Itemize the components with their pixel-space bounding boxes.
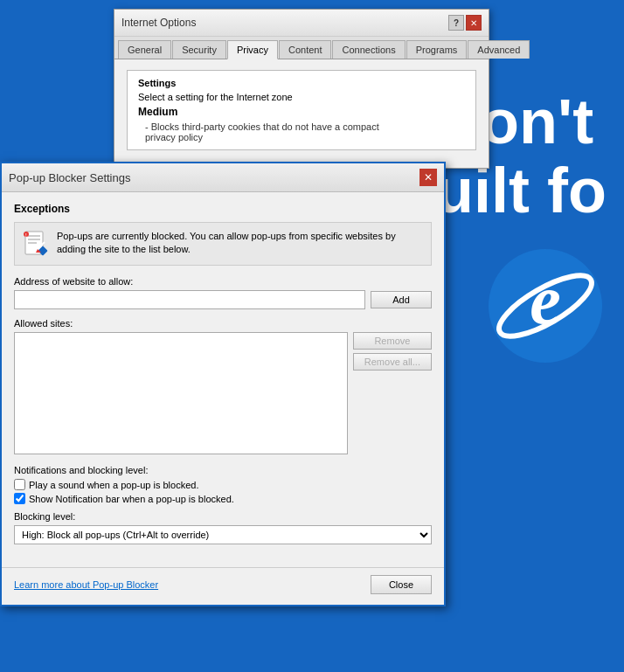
play-sound-checkbox[interactable] [14, 479, 25, 490]
bullet1: - Blocks third-party cookies that do not… [138, 121, 465, 132]
help-button[interactable]: ? [448, 15, 464, 31]
svg-rect-4 [28, 235, 40, 237]
settings-group: Settings Select a setting for the Intern… [127, 70, 476, 150]
popup-blocker-title: Pop-up Blocker Settings [9, 171, 130, 184]
internet-options-content: Settings Select a setting for the Intern… [114, 59, 489, 168]
settings-desc: Select a setting for the Internet zone [138, 92, 465, 102]
internet-options-dialog: Internet Options ? ✕ General Security Pr… [114, 9, 489, 169]
tab-connections[interactable]: Connections [332, 40, 405, 59]
exceptions-heading: Exceptions [14, 203, 432, 215]
checkbox-row-1: Play a sound when a pop-up is blocked. [14, 479, 432, 490]
settings-heading: Settings [138, 78, 465, 88]
blocking-level-label: Blocking level: [14, 511, 432, 522]
tab-privacy[interactable]: Privacy [227, 40, 278, 59]
info-box: ! Pop-ups are currently blocked. You can… [14, 222, 432, 266]
info-icon: ! [22, 230, 50, 258]
remove-all-button[interactable]: Remove all... [353, 353, 432, 371]
popup-close-button[interactable]: ✕ [419, 169, 437, 186]
address-row: Add [14, 290, 432, 309]
address-label: Address of website to allow: [14, 276, 432, 287]
internet-options-title: Internet Options [121, 17, 196, 29]
show-notification-checkbox[interactable] [14, 493, 25, 504]
learn-more-link[interactable]: Learn more about Pop-up Blocker [14, 579, 158, 590]
blocking-level-select[interactable]: High: Block all pop-ups (Ctrl+Alt to ove… [14, 525, 432, 544]
popup-blocker-dialog: Pop-up Blocker Settings ✕ Exceptions ! [0, 162, 446, 606]
medium-label: Medium [138, 106, 465, 118]
tab-security[interactable]: Security [172, 40, 226, 59]
close-footer-button[interactable]: Close [371, 575, 432, 594]
tab-programs[interactable]: Programs [406, 40, 468, 59]
side-buttons: Remove Remove all... [353, 332, 432, 454]
popup-blocker-content: Exceptions ! Pop-ups are currently block… [2, 192, 444, 564]
allowed-label: Allowed sites: [14, 318, 432, 329]
title-button-group: ? ✕ [448, 15, 482, 31]
bullet2: privacy policy [138, 132, 465, 142]
tab-content[interactable]: Content [279, 40, 332, 59]
popup-blocker-footer: Learn more about Pop-up Blocker Close [2, 567, 444, 605]
show-notification-label: Show Notification bar when a pop-up is b… [29, 494, 234, 504]
notifications-label: Notifications and blocking level: [14, 465, 432, 475]
tabs-row: General Security Privacy Content Connect… [114, 37, 489, 59]
info-text: Pop-ups are currently blocked. You can a… [57, 230, 424, 257]
tab-advanced[interactable]: Advanced [468, 40, 530, 59]
tab-general[interactable]: General [118, 40, 171, 59]
play-sound-label: Play a sound when a pop-up is blocked. [29, 480, 198, 490]
remove-button[interactable]: Remove [353, 332, 432, 350]
close-button[interactable]: ✕ [466, 15, 482, 31]
svg-rect-5 [28, 239, 40, 240]
internet-options-titlebar: Internet Options ? ✕ [114, 10, 489, 37]
blocking-section: Blocking level: High: Block all pop-ups … [14, 511, 432, 544]
checkbox-row-2: Show Notification bar when a pop-up is b… [14, 493, 432, 504]
add-button[interactable]: Add [371, 291, 432, 308]
notifications-section: Notifications and blocking level: Play a… [14, 465, 432, 504]
svg-rect-6 [28, 242, 37, 244]
popup-blocker-titlebar: Pop-up Blocker Settings ✕ [2, 163, 444, 192]
allowed-sites-list[interactable] [14, 332, 348, 454]
allowed-row: Remove Remove all... [14, 332, 432, 454]
ie-logo: e [484, 245, 607, 367]
address-input[interactable] [14, 290, 365, 309]
